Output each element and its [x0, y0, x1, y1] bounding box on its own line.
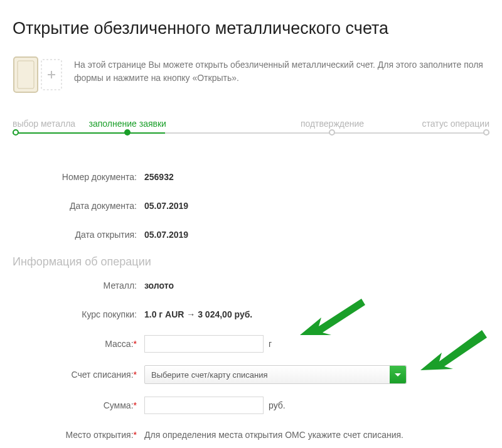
metal-row: Металл: золото [13, 277, 489, 294]
step-label: статус операции [422, 119, 489, 129]
rate-row: Курс покупки: 1.0 г AUR → 3 024,00 руб. [13, 306, 489, 323]
mass-row: Масса:* г [13, 335, 489, 353]
doc-date-row: Дата документа: 05.07.2019 [13, 198, 489, 214]
doc-date-value: 05.07.2019 [144, 201, 188, 211]
mass-label: Масса:* [13, 339, 144, 349]
metal-value: золото [144, 280, 174, 291]
step-label: заполнение заявки [89, 119, 166, 129]
place-label: Место открытия:* [13, 430, 144, 440]
sum-row: Сумма:* руб. [13, 397, 489, 414]
sum-label: Сумма:* [13, 400, 144, 410]
doc-number-label: Номер документа: [13, 172, 144, 182]
account-row: Счет списания:* Выберите счет/карту спис… [13, 365, 489, 384]
intro-text: На этой странице Вы можете открыть обезл… [74, 56, 489, 85]
doc-number-value: 256932 [144, 172, 174, 182]
page-title: Открытие обезличенного металлического сч… [13, 19, 489, 38]
document-section: Номер документа: 256932 Дата документа: … [13, 169, 489, 243]
operation-section: Металл: золото Курс покупки: 1.0 г AUR →… [13, 277, 489, 443]
step-confirm: подтверждение [242, 119, 422, 129]
rate-label: Курс покупки: [13, 309, 144, 319]
intro-block: На этой странице Вы можете открыть обезл… [13, 56, 489, 93]
place-row: Место открытия:* Для определения места о… [13, 427, 489, 443]
required-marker: * [134, 339, 137, 349]
required-marker: * [134, 430, 137, 440]
open-date-value: 05.07.2019 [144, 230, 188, 240]
operation-heading: Информация об операции [13, 255, 489, 269]
doc-date-label: Дата документа: [13, 201, 144, 211]
open-date-label: Дата открытия: [13, 230, 144, 240]
open-date-row: Дата открытия: 05.07.2019 [13, 227, 489, 243]
account-select[interactable]: Выберите счет/карту списания [144, 365, 407, 384]
sum-input[interactable] [144, 397, 264, 414]
required-marker: * [134, 370, 137, 380]
ingot-icon [13, 56, 63, 93]
doc-number-row: Номер документа: 256932 [13, 169, 489, 185]
progress-stepper: выбор металла заполнение заявки подтверж… [13, 119, 489, 137]
step-label: подтверждение [301, 119, 364, 129]
rate-value: 1.0 г AUR → 3 024,00 руб. [144, 309, 252, 319]
mass-unit: г [269, 339, 272, 349]
chevron-down-icon[interactable] [390, 366, 406, 383]
sum-unit: руб. [269, 400, 286, 410]
step-status: статус операции [422, 119, 489, 129]
step-form: заполнение заявки [38, 119, 217, 129]
required-marker: * [134, 400, 137, 410]
mass-input[interactable] [144, 335, 264, 353]
metal-label: Металл: [13, 280, 144, 291]
place-note: Для определения места открытия ОМС укажи… [144, 430, 403, 440]
account-label: Счет списания:* [13, 370, 144, 380]
